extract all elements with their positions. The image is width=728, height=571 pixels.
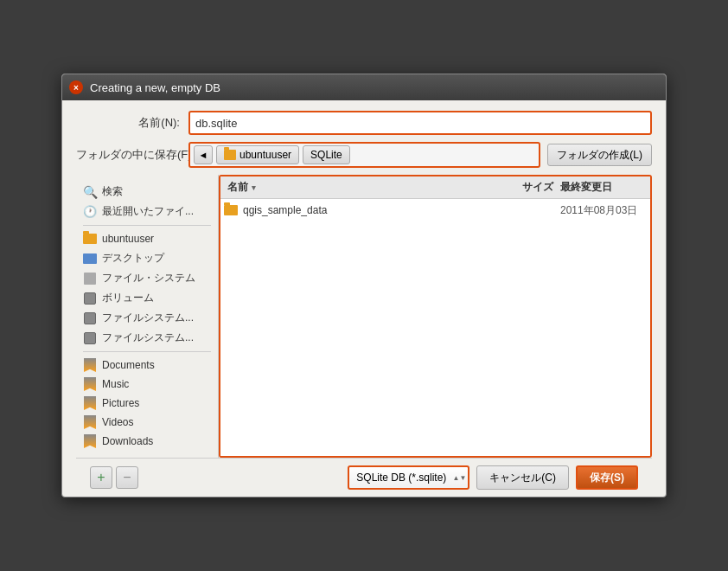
clock-icon: 🕐 [83,205,97,219]
bookmark-downloads-icon [83,434,97,448]
desktop-icon [83,252,97,266]
bookmark-music-icon [83,377,97,391]
table-row[interactable]: qgis_sample_data 2011年08月03日 [220,199,650,221]
file-name-label: qgis_sample_data [243,204,327,216]
places-item-videos[interactable]: Videos [76,413,218,432]
titlebar-title: Creating a new, empty DB [90,81,220,94]
col-name-header: 名前 ▾ [224,180,508,195]
file-type-wrapper: SQLite DB (*.sqlite) [348,465,469,490]
places-label-downloads: Downloads [102,435,153,447]
name-label: 名前(N): [76,115,188,131]
breadcrumb-ubuntuuser[interactable]: ubuntuuser [216,145,299,164]
cancel-button[interactable]: キャンセル(C) [476,465,569,490]
places-item-ubuntuuser[interactable]: ubuntuuser [76,229,218,248]
file-type-select[interactable]: SQLite DB (*.sqlite) [348,465,469,490]
save-in-row: フォルダの中に保存(F): ◄ ubuntuuser SQLite フォルダの作… [76,142,652,168]
places-item-volume[interactable]: ボリューム [76,288,218,308]
bottom-left-buttons: + − [90,466,138,489]
save-button[interactable]: 保存(S) [576,465,638,490]
dialog-body: 名前(N): フォルダの中に保存(F): ◄ ubuntuuser SQLite… [62,100,666,497]
places-label-documents: Documents [102,359,155,371]
places-label-volume: ボリューム [102,291,154,305]
search-icon: 🔍 [83,185,97,199]
bottom-right-buttons: SQLite DB (*.sqlite) キャンセル(C) 保存(S) [348,465,638,490]
places-label-pictures: Pictures [102,397,139,409]
close-button[interactable]: × [69,80,83,94]
hdd-icon-3 [83,331,97,345]
bookmark-pictures-icon [83,396,97,410]
file-row-name: qgis_sample_data [224,203,508,217]
places-item-fs1[interactable]: ファイルシステム... [76,308,218,328]
places-item-recent[interactable]: 🕐 最近開いたファイ... [76,202,218,221]
breadcrumb-back-button[interactable]: ◄ [194,145,213,164]
places-label-videos: Videos [102,416,133,428]
places-panel: 🔍 検索 🕐 最近開いたファイ... ubuntuuser デスクトッ [76,175,219,458]
folder-user-icon [83,232,97,246]
folder-icon [224,150,236,160]
file-list-header: 名前 ▾ サイズ 最終変更日 [220,176,650,199]
places-item-desktop[interactable]: デスクトップ [76,248,218,268]
hdd-icon-2 [83,311,97,325]
places-item-pictures[interactable]: Pictures [76,394,218,413]
breadcrumb-ubuntuuser-label: ubuntuuser [239,149,291,161]
titlebar: × Creating a new, empty DB [62,74,666,100]
main-split: 🔍 検索 🕐 最近開いたファイ... ubuntuuser デスクトッ [76,175,652,458]
row-folder-icon [224,203,238,217]
breadcrumb-container: ◄ ubuntuuser SQLite [188,142,540,168]
files-icon [83,272,97,286]
places-label-search: 検索 [102,184,123,199]
bookmark-videos-icon [83,415,97,429]
file-date-label: 2011年08月03日 [560,203,647,218]
remove-place-button[interactable]: − [116,466,138,489]
places-label-recent: 最近開いたファイ... [102,204,194,219]
hdd-icon-1 [83,292,97,305]
places-item-downloads[interactable]: Downloads [76,432,218,451]
places-item-search[interactable]: 🔍 検索 [76,182,218,202]
make-folder-button[interactable]: フォルダの作成(L) [547,144,652,166]
bottom-bar: + − SQLite DB (*.sqlite) キャンセル(C) 保存(S) [76,458,652,497]
dialog: × Creating a new, empty DB 名前(N): フォルダの中… [61,74,667,497]
places-separator-2 [83,351,211,352]
breadcrumb-sqlite[interactable]: SQLite [303,145,350,164]
save-in-label: フォルダの中に保存(F): [76,147,188,163]
places-label-music: Music [102,378,129,390]
col-size-header: サイズ [508,180,560,195]
places-label-fs1: ファイルシステム... [102,311,194,325]
breadcrumb-sqlite-label: SQLite [310,149,342,161]
places-item-documents[interactable]: Documents [76,356,218,375]
file-list: qgis_sample_data 2011年08月03日 [220,199,650,456]
sort-arrow-icon: ▾ [252,183,256,192]
file-list-panel: 名前 ▾ サイズ 最終変更日 qgis_sample_data 2011年08 [219,175,652,458]
places-item-filesystem[interactable]: ファイル・システム [76,268,218,288]
places-label-fs2: ファイルシステム... [102,330,194,345]
add-place-button[interactable]: + [90,466,112,489]
name-row: 名前(N): [76,111,652,135]
filename-input[interactable] [188,111,652,135]
places-label-filesystem: ファイル・システム [102,271,195,286]
bookmark-docs-icon [83,358,97,372]
places-label-ubuntuuser: ubuntuuser [102,233,154,245]
places-label-desktop: デスクトップ [102,251,164,266]
places-item-music[interactable]: Music [76,375,218,394]
places-separator-1 [83,225,211,226]
col-date-header: 最終変更日 [560,180,647,195]
places-item-fs2[interactable]: ファイルシステム... [76,328,218,348]
places-list: 🔍 検索 🕐 最近開いたファイ... ubuntuuser デスクトッ [76,175,219,458]
